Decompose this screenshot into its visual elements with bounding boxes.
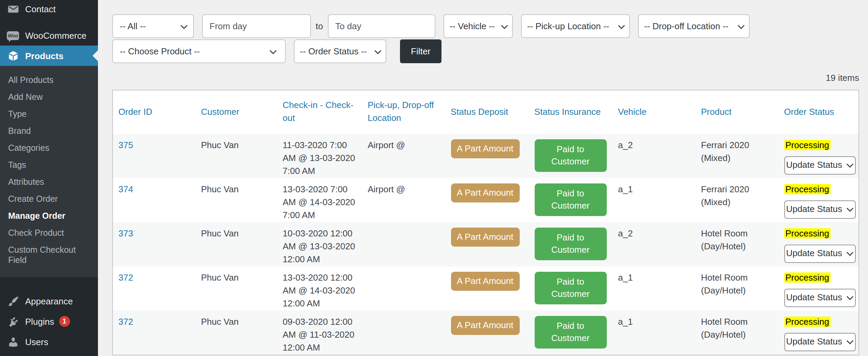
- location-cell: Airport @: [362, 134, 445, 178]
- sidebar-item-plugins[interactable]: Plugins 1: [0, 311, 98, 332]
- sidebar-item-products[interactable]: Products: [0, 46, 98, 66]
- col-header-status-insurance[interactable]: Status Insurance: [529, 90, 613, 134]
- filter-pickup-value: -- Pick-up Location --: [522, 21, 609, 31]
- col-header-pickup-dropoff[interactable]: Pick-up, Drop-off Location: [362, 90, 445, 134]
- status-deposit-badge: A Part Amount: [451, 183, 519, 202]
- table-row: 372 Phuc Van 13-03-2020 12:00 AM @ 14-03…: [113, 266, 859, 310]
- chevron-down-icon: [846, 163, 854, 168]
- update-status-select[interactable]: Update Status: [784, 156, 856, 175]
- status-badge: Processing: [784, 317, 831, 327]
- order-id-link[interactable]: 372: [118, 317, 133, 327]
- from-day-input[interactable]: [202, 14, 311, 38]
- submenu-check-product[interactable]: Check Product: [0, 225, 98, 242]
- status-insurance-badge: Paid to Customer: [534, 228, 606, 261]
- products-submenu: All Products Add New Type Brand Categori…: [0, 66, 98, 277]
- status-badge: Processing: [784, 184, 831, 194]
- table-row: 372 Phuc Van 09-03-2020 12:00 AM @ 11-03…: [113, 310, 859, 355]
- user-icon: [7, 336, 19, 348]
- filter-order-status-value: -- Order Status --: [295, 46, 367, 56]
- vehicle-cell: a_2: [613, 222, 696, 266]
- col-header-product[interactable]: Product: [696, 90, 779, 134]
- submenu-type[interactable]: Type: [0, 106, 98, 123]
- filter-pickup-location-select[interactable]: -- Pick-up Location --: [521, 14, 630, 38]
- submenu-brand[interactable]: Brand: [0, 123, 98, 140]
- order-status-cell: Processing Update Status: [779, 266, 859, 310]
- col-header-vehicle[interactable]: Vehicle: [613, 90, 696, 134]
- filter-product-value: -- Choose Product --: [113, 46, 200, 56]
- status-badge: Processing: [784, 140, 831, 150]
- admin-sidebar: Contact Woo WooCommerce Products All Pro…: [0, 0, 98, 356]
- filter-dropoff-location-select[interactable]: -- Drop-off Location --: [638, 14, 750, 38]
- sidebar-item-label: Users: [25, 337, 48, 347]
- update-status-label: Update Status: [786, 336, 842, 349]
- status-insurance-badge: Paid to Customer: [534, 139, 606, 172]
- order-id-link[interactable]: 375: [118, 140, 133, 150]
- sidebar-item-users[interactable]: Users: [0, 332, 98, 352]
- submenu-attributes[interactable]: Attributes: [0, 174, 98, 191]
- table-row: 373 Phuc Van 10-03-2020 12:00 AM @ 13-03…: [113, 222, 859, 266]
- order-status-cell: Processing Update Status: [779, 222, 859, 266]
- sidebar-item-appearance[interactable]: Appearance: [0, 291, 98, 311]
- submenu-custom-checkout-field[interactable]: Custom Checkout Field: [0, 242, 98, 269]
- product-cell: Hotel Room (Day/Hotel): [696, 222, 779, 266]
- col-header-checkin-checkout[interactable]: Check-in - Check-out: [277, 90, 362, 134]
- chevron-down-icon: [846, 207, 854, 212]
- submenu-tags[interactable]: Tags: [0, 157, 98, 174]
- product-cell: Hotel Room (Day/Hotel): [696, 266, 779, 310]
- envelope-icon: [7, 3, 19, 15]
- update-status-label: Update Status: [786, 203, 842, 216]
- submenu-categories[interactable]: Categories: [0, 140, 98, 157]
- table-header-row: Order ID Customer Check-in - Check-out P…: [113, 90, 859, 134]
- to-day-input[interactable]: [328, 14, 435, 38]
- location-cell: Airport @: [362, 178, 445, 222]
- sidebar-item-label: Appearance: [25, 296, 73, 306]
- checkin-checkout-cell: 13-03-2020 7:00 AM @ 14-03-2020 7:00 AM: [277, 178, 362, 222]
- sidebar-item-label: WooCommerce: [25, 30, 86, 40]
- status-deposit-badge: A Part Amount: [451, 272, 519, 291]
- update-status-select[interactable]: Update Status: [784, 200, 856, 219]
- submenu-create-order[interactable]: Create Order: [0, 191, 98, 208]
- status-insurance-badge: Paid to Customer: [534, 183, 606, 216]
- filter-vehicle-select[interactable]: -- Vehicle --: [444, 14, 513, 38]
- update-status-select[interactable]: Update Status: [784, 289, 856, 307]
- status-insurance-badge: Paid to Customer: [534, 272, 606, 305]
- update-status-select[interactable]: Update Status: [784, 245, 856, 263]
- woocommerce-icon: Woo: [7, 29, 19, 41]
- filter-button[interactable]: Filter: [400, 39, 441, 63]
- update-status-select[interactable]: Update Status: [784, 333, 856, 351]
- filter-order-status-select[interactable]: -- Order Status --: [294, 39, 386, 63]
- status-deposit-badge: A Part Amount: [451, 316, 519, 335]
- products-box-icon: [7, 50, 19, 62]
- filter-all-select[interactable]: -- All --: [112, 14, 194, 38]
- product-cell: Ferrari 2020 (Mixed): [696, 178, 779, 222]
- order-id-link[interactable]: 373: [118, 228, 133, 238]
- col-header-status-deposit[interactable]: Status Deposit: [445, 90, 529, 134]
- submenu-add-new[interactable]: Add New: [0, 89, 98, 106]
- order-id-link[interactable]: 374: [118, 184, 133, 194]
- chevron-down-icon: [846, 251, 854, 256]
- vehicle-cell: a_1: [613, 310, 696, 355]
- status-badge: Processing: [784, 272, 831, 283]
- order-id-link[interactable]: 372: [118, 272, 133, 283]
- location-cell: [362, 310, 445, 355]
- filter-all-value: -- All --: [113, 21, 146, 31]
- sidebar-item-tools[interactable]: Tools: [0, 352, 98, 356]
- sidebar-item-woocommerce[interactable]: Woo WooCommerce: [0, 25, 98, 46]
- chevron-down-icon: [501, 24, 508, 29]
- submenu-manage-order[interactable]: Manage Order: [0, 208, 98, 225]
- status-deposit-badge: A Part Amount: [451, 139, 519, 158]
- filter-choose-product-select[interactable]: -- Choose Product --: [112, 39, 286, 63]
- col-header-customer[interactable]: Customer: [196, 90, 277, 134]
- sidebar-item-contact[interactable]: Contact: [0, 0, 98, 18]
- col-header-order-status[interactable]: Order Status: [779, 90, 859, 134]
- table-row: 375 Phuc Van 11-03-2020 7:00 AM @ 13-03-…: [113, 134, 859, 178]
- items-count: 19 items: [112, 73, 859, 86]
- order-status-cell: Processing Update Status: [779, 134, 859, 178]
- table-row: 374 Phuc Van 13-03-2020 7:00 AM @ 14-03-…: [113, 178, 859, 222]
- submenu-all-products[interactable]: All Products: [0, 72, 98, 89]
- col-header-order-id[interactable]: Order ID: [113, 90, 196, 134]
- sidebar-bottom-group: Appearance Plugins 1 Users Tools: [0, 291, 98, 356]
- chevron-down-icon: [374, 49, 382, 54]
- orders-table: Order ID Customer Check-in - Check-out P…: [112, 90, 859, 355]
- plugins-update-badge: 1: [59, 316, 70, 327]
